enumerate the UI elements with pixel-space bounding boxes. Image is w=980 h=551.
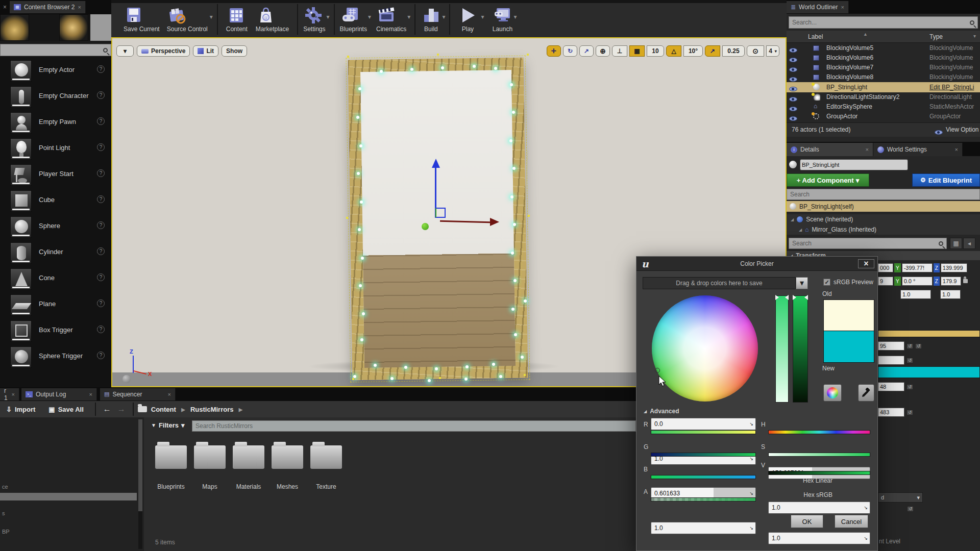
settings-dropdown[interactable]: ▾ <box>327 13 330 20</box>
reset-icon[interactable]: ↺ <box>906 358 913 363</box>
tab-output-log[interactable]: >_ Output Log × <box>21 388 97 400</box>
wheel-mode-button[interactable] <box>823 384 842 402</box>
world-local-toggle[interactable]: ⊕ <box>596 45 610 57</box>
edit-blueprint-link[interactable]: Edit BP_StringLi <box>929 84 974 91</box>
component-search[interactable]: Search <box>787 189 980 200</box>
v-value-field[interactable]: 1.0↘ <box>768 532 870 544</box>
rotation-snap-value[interactable]: 10° <box>683 45 703 57</box>
place-actor-row[interactable]: Box Trigger ? <box>0 318 111 344</box>
help-icon[interactable]: ? <box>97 117 105 125</box>
actor-label[interactable]: BlockingVolume7 <box>826 64 873 71</box>
component-tree-scene[interactable]: ◢ Scene (Inherited) <box>787 214 980 224</box>
tab-details[interactable]: i Details × <box>787 143 873 156</box>
g-gradient-strip[interactable] <box>651 453 756 457</box>
visibility-eye-icon[interactable] <box>789 97 797 102</box>
gizmo-xy-plane-handle[interactable] <box>435 208 446 218</box>
source-item-fragment[interactable]: s <box>2 510 5 516</box>
camera-speed-value[interactable]: 4▾ <box>766 45 779 57</box>
help-icon[interactable]: ? <box>97 195 105 203</box>
view-options-button[interactable]: View Option <box>946 126 978 133</box>
place-actor-row[interactable]: Plane ? <box>0 292 111 318</box>
viewport-lit-button[interactable]: Lit <box>193 45 218 57</box>
actor-label[interactable]: BlockingVolume8 <box>826 73 873 81</box>
nav-forward-button[interactable]: → <box>114 405 129 414</box>
close-icon[interactable]: × <box>89 391 92 397</box>
launch-dropdown[interactable]: ▾ <box>513 13 517 20</box>
actor-name-field[interactable]: BP_StringLight <box>800 159 908 170</box>
dialog-close-button[interactable]: × <box>858 259 874 268</box>
expand-icon[interactable]: ◢ <box>799 228 802 232</box>
drag-adjust-icon[interactable]: ↘ <box>864 536 868 541</box>
help-icon[interactable]: ? <box>97 352 105 359</box>
help-icon[interactable]: ? <box>97 325 105 333</box>
viewport-show-button[interactable]: Show <box>222 45 247 57</box>
location-y-value[interactable]: -399.77! <box>902 263 933 272</box>
grid-snap-value[interactable]: 10 <box>647 45 664 57</box>
value-handle[interactable] <box>804 295 808 300</box>
property-value-field[interactable]: 48 <box>878 382 904 391</box>
help-icon[interactable]: ? <box>97 221 105 229</box>
mobility-dropdown-fragment[interactable]: d ▾ <box>878 492 923 503</box>
place-actor-row[interactable]: Player Start ? <box>0 162 111 188</box>
advanced-section-toggle[interactable]: ◢ Advanced <box>644 408 679 415</box>
folder-tile[interactable]: Texture <box>308 442 344 490</box>
prev-tab-close-icon[interactable]: × <box>3 4 7 11</box>
a-value-field[interactable]: 1.0↘ <box>651 522 756 534</box>
folder-tile[interactable]: Materials <box>231 442 266 490</box>
source-control-button[interactable]: Source Control <box>165 3 210 33</box>
launch-button[interactable]: Launch <box>491 3 513 33</box>
drag-adjust-icon[interactable]: ↘ <box>749 525 753 531</box>
actor-label[interactable]: BlockingVolume6 <box>826 54 873 61</box>
play-button[interactable]: Play <box>454 3 481 33</box>
h-gradient-strip[interactable] <box>768 430 870 434</box>
s-gradient-strip[interactable] <box>768 453 870 457</box>
tab-world-outliner[interactable]: ≣ World Outliner × <box>787 1 849 13</box>
lock-icon[interactable] <box>963 279 968 283</box>
sources-scrollbar[interactable] <box>138 419 142 549</box>
srgb-preview-checkbox[interactable]: ✓ sRGB Preview <box>823 279 873 286</box>
visibility-eye-icon[interactable] <box>789 116 797 121</box>
property-value-field[interactable] <box>878 356 904 365</box>
blueprints-button[interactable]: Blueprints <box>339 3 368 33</box>
outliner-row-selected[interactable]: BP_StringLight Edit BP_StringLi <box>787 82 980 92</box>
help-icon[interactable]: ? <box>97 169 105 177</box>
light-color-bar-cyan[interactable] <box>878 366 980 378</box>
help-icon[interactable]: ? <box>97 91 105 99</box>
s-value-field[interactable]: 1.0↘ <box>768 502 870 514</box>
transform-gizmo[interactable] <box>415 159 507 235</box>
gizmo-x-axis[interactable] <box>440 220 490 223</box>
folder-tile[interactable]: Meshes <box>270 442 305 490</box>
value-handle[interactable] <box>793 295 796 300</box>
details-view-grid-button[interactable]: ▦ <box>950 238 962 249</box>
place-actor-row[interactable]: Sphere Trigger ? <box>0 344 111 370</box>
place-actor-row[interactable]: Cylinder ? <box>0 240 111 266</box>
property-color-bar-tan[interactable] <box>878 330 980 337</box>
help-icon[interactable]: ? <box>97 143 105 151</box>
nav-back-button[interactable]: ← <box>100 405 114 414</box>
tab-content-browser-2[interactable]: ▦ Content Browser 2 × <box>10 1 86 13</box>
add-component-button[interactable]: + Add Component▾ <box>787 173 869 187</box>
play-dropdown[interactable]: ▾ <box>481 13 484 20</box>
scale-y-value[interactable]: 1.0 <box>900 290 931 299</box>
details-search[interactable]: Search <box>789 238 947 249</box>
property-value-field[interactable]: 95 <box>878 341 904 350</box>
component-tree-mirror-glass[interactable]: ◢ ⌂ Mirror_Glass (Inherited) <box>787 224 980 235</box>
place-actor-row[interactable]: Cube ? <box>0 188 111 214</box>
place-actor-row[interactable]: Point Light ? <box>0 136 111 162</box>
folder-tile[interactable]: Blueprints <box>153 442 189 490</box>
actor-label[interactable]: GroupActor <box>826 113 857 120</box>
help-icon[interactable]: ? <box>97 65 105 73</box>
help-icon[interactable]: ? <box>97 299 105 307</box>
scale-tool-button[interactable]: ↗ <box>579 45 594 57</box>
help-icon[interactable]: ? <box>97 273 105 281</box>
breadcrumb-folder[interactable]: RusticMirrors <box>190 406 234 413</box>
cinematics-button[interactable]: Cinematics <box>375 3 407 33</box>
recent-asset-thumbnail[interactable] <box>0 14 29 41</box>
viewport-perspective-button[interactable]: Perspective <box>137 45 190 57</box>
saturation-handle[interactable] <box>775 295 779 300</box>
saturation-bar[interactable] <box>775 295 789 403</box>
outliner-row[interactable]: ⌂ EditorSkySphere StaticMeshActor <box>787 102 980 112</box>
viewport-options-dropdown[interactable]: ▾ <box>116 45 134 57</box>
scale-z-value[interactable]: 1.0 <box>940 290 961 299</box>
visibility-eye-icon[interactable] <box>789 48 797 53</box>
